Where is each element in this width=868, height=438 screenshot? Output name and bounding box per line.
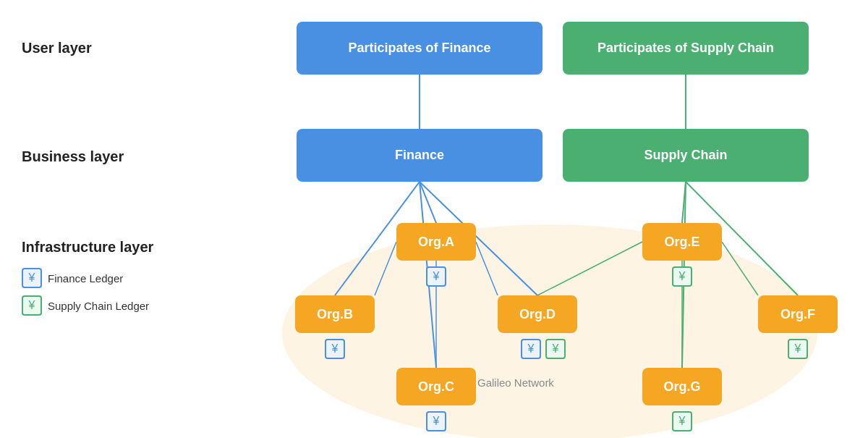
svg-line-2 <box>420 182 436 223</box>
org-a-node[interactable]: Org.A <box>396 223 476 261</box>
supply-chain-node[interactable]: Supply Chain <box>563 129 809 182</box>
supply-user-node[interactable]: Participates of Supply Chain <box>563 22 809 75</box>
org-c-finance-ledger: ¥ <box>426 411 446 431</box>
org-b-node[interactable]: Org.B <box>295 295 375 333</box>
finance-node[interactable]: Finance <box>297 129 542 182</box>
user-layer-label: User layer <box>22 40 92 56</box>
supply-ledger-legend: ¥ Supply Chain Ledger <box>22 295 149 316</box>
finance-user-node[interactable]: Participates of Finance <box>297 22 542 75</box>
org-g-supply-ledger: ¥ <box>672 411 692 431</box>
org-c-node[interactable]: Org.C <box>396 368 476 405</box>
finance-ledger-icon: ¥ <box>22 268 42 288</box>
org-f-supply-ledger: ¥ <box>788 339 808 359</box>
org-b-finance-ledger: ¥ <box>325 339 345 359</box>
org-d-supply-ledger: ¥ <box>545 339 566 359</box>
infrastructure-layer-label: Infrastructure layer <box>22 239 153 256</box>
legend: ¥ Finance Ledger ¥ Supply Chain Ledger <box>22 268 149 316</box>
org-e-node[interactable]: Org.E <box>642 223 722 261</box>
galileo-label: Galileo Network <box>477 376 554 389</box>
org-e-supply-ledger: ¥ <box>672 266 692 287</box>
org-g-node[interactable]: Org.G <box>642 368 722 405</box>
supply-ledger-icon: ¥ <box>22 295 42 316</box>
org-a-finance-ledger: ¥ <box>426 266 446 287</box>
business-layer-label: Business layer <box>22 148 124 165</box>
org-f-node[interactable]: Org.F <box>758 295 838 333</box>
diagram-container: Galileo Network User layer B <box>0 0 868 438</box>
svg-line-9 <box>682 182 686 223</box>
org-d-node[interactable]: Org.D <box>498 295 577 333</box>
org-d-finance-ledger: ¥ <box>521 339 541 359</box>
finance-ledger-legend: ¥ Finance Ledger <box>22 268 149 288</box>
